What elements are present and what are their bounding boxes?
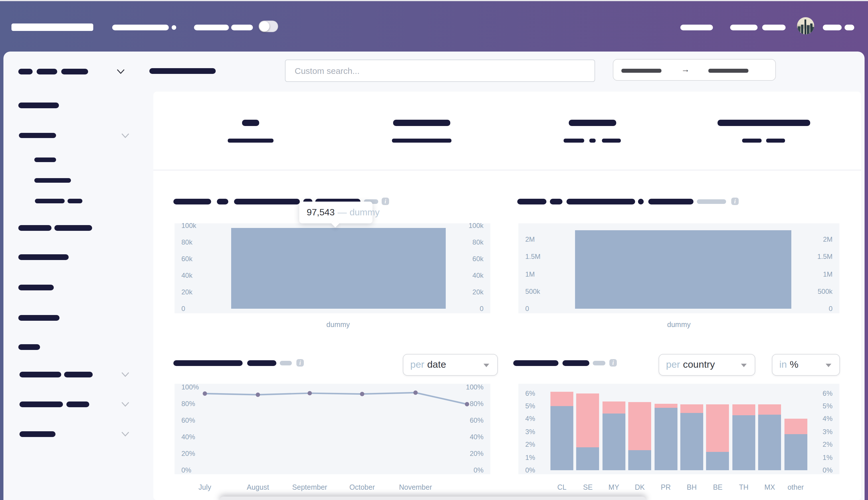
sidebar-item[interactable]	[9, 98, 146, 113]
stacked-bar-segment[interactable]	[550, 392, 573, 406]
stacked-bar-segment[interactable]	[654, 408, 677, 470]
user-menu-redacted[interactable]	[845, 25, 854, 30]
stacked-bar-segment[interactable]	[758, 414, 781, 470]
y-axis-label: 0%	[473, 465, 483, 475]
stacked-bar-segment[interactable]	[628, 402, 651, 451]
x-axis: CLSEMYDKPRBHBETHMXother	[518, 484, 840, 492]
sidebar-item[interactable]	[9, 153, 146, 167]
arrow-right-icon: →	[680, 64, 691, 74]
y-axis-label: 0	[829, 304, 833, 313]
in-percent-select[interactable]: in %	[772, 354, 840, 376]
line-chart-plot[interactable]: 100%100%80%80%60%60%40%40%20%20%0%0%	[175, 384, 490, 474]
stacked-bar-segment[interactable]	[654, 404, 677, 408]
x-axis-label: PR	[661, 484, 671, 491]
header-link-redacted[interactable]	[730, 25, 758, 30]
x-axis-label: July	[199, 484, 211, 491]
select-prefix: in	[779, 359, 787, 371]
sidebar-item[interactable]	[9, 280, 146, 295]
per-country-select[interactable]: per country	[659, 354, 755, 376]
search-input[interactable]	[285, 59, 595, 82]
per-date-select[interactable]: per date	[403, 354, 498, 376]
nav-item-redacted[interactable]	[194, 25, 229, 30]
user-menu-redacted[interactable]	[823, 25, 842, 30]
chart-title-redacted	[566, 199, 635, 204]
stacked-bar-segment[interactable]	[576, 393, 599, 447]
avatar[interactable]	[797, 17, 814, 34]
toggle-knob-icon	[259, 21, 270, 32]
select-value: %	[790, 359, 798, 371]
y-axis-label: 60k	[181, 254, 192, 263]
data-point[interactable]	[256, 393, 260, 397]
y-axis-label: 80k	[472, 238, 483, 247]
dashboard-root: → iiii 97,543 — dummy per date per count…	[0, 0, 868, 500]
nav-item-redacted[interactable]	[231, 25, 253, 30]
sidebar-item[interactable]	[9, 397, 146, 412]
sidebar-account-switcher[interactable]	[9, 64, 146, 79]
nav-dot-redacted	[172, 25, 176, 30]
data-point[interactable]	[202, 391, 207, 396]
stacked-bar-segment[interactable]	[680, 413, 703, 470]
sidebar-item[interactable]	[9, 427, 146, 442]
logo-redacted[interactable]	[11, 23, 93, 31]
x-axis: dummy	[175, 321, 490, 330]
sidebar-item[interactable]	[9, 128, 146, 143]
stat-value-redacted	[393, 120, 450, 126]
header-link-redacted[interactable]	[680, 25, 713, 30]
data-point[interactable]	[413, 390, 418, 395]
info-icon[interactable]: i	[731, 197, 739, 205]
x-axis-label: DK	[635, 484, 645, 491]
sidebar-item-label-redacted	[19, 133, 56, 138]
stacked-bar-segment[interactable]	[602, 414, 625, 470]
cutoff-bottom-sheet[interactable]	[219, 497, 647, 500]
stacked-bar-segment[interactable]	[732, 404, 755, 415]
header-toggle-switch[interactable]	[259, 21, 278, 32]
info-icon[interactable]: i	[382, 197, 389, 205]
bar[interactable]	[575, 230, 791, 309]
sidebar-item[interactable]	[9, 220, 146, 235]
x-axis-label: other	[788, 484, 804, 491]
stacked-bar-segment[interactable]	[706, 404, 729, 452]
stacked-bar-segment[interactable]	[784, 419, 807, 434]
info-icon[interactable]: i	[296, 359, 304, 366]
nav-item-redacted[interactable]	[112, 25, 169, 30]
sidebar-item[interactable]	[9, 250, 146, 265]
stacked-bar-segment[interactable]	[706, 452, 729, 470]
date-range-picker[interactable]	[613, 59, 776, 81]
bar-chart-plot[interactable]: 2M2M1.5M1.5M1M1M500k500k00	[518, 223, 840, 313]
y-axis-label: 500k	[818, 287, 833, 296]
y-axis-label: 0%	[525, 466, 535, 475]
sidebar-item[interactable]	[9, 367, 146, 382]
data-point[interactable]	[465, 402, 469, 406]
sidebar-item[interactable]	[9, 173, 146, 187]
bar[interactable]	[231, 228, 446, 309]
date-to-redacted[interactable]	[708, 69, 748, 73]
y-axis-label: 1.5M	[525, 252, 540, 261]
y-axis-label: 0%	[181, 465, 191, 475]
stacked-bar-segment[interactable]	[550, 406, 573, 470]
data-point[interactable]	[360, 392, 364, 396]
stacked-bar-segment[interactable]	[602, 401, 625, 414]
data-point[interactable]	[307, 391, 312, 395]
bar-chart-plot[interactable]: 100k100k80k80k60k60k40k40k20k20k00	[175, 223, 490, 313]
sidebar-item[interactable]	[9, 310, 146, 325]
sidebar-item[interactable]	[9, 194, 146, 208]
stacked-bar-segment[interactable]	[758, 404, 781, 414]
chart-subtitle-redacted	[280, 361, 292, 365]
stacked-bar-chart-plot[interactable]: 6%6%5%5%4%4%3%3%2%2%1%1%0%0%	[518, 384, 840, 474]
stacked-bar-segment[interactable]	[628, 451, 651, 470]
city-photo	[797, 17, 814, 34]
stacked-bar-segment[interactable]	[784, 434, 807, 470]
stacked-bar-segment[interactable]	[576, 447, 599, 470]
stat-label-redacted	[766, 139, 785, 143]
header-link-redacted[interactable]	[762, 25, 786, 30]
info-icon[interactable]: i	[609, 359, 617, 366]
x-axis-label: SE	[583, 484, 593, 491]
y-axis-label: 80%	[181, 399, 195, 408]
chevron-down-icon	[121, 401, 129, 407]
stacked-bar-segment[interactable]	[732, 415, 755, 470]
sidebar-item-label-redacted	[20, 372, 61, 377]
sidebar-item[interactable]	[9, 340, 146, 354]
chart-title-redacted	[648, 199, 693, 204]
date-from-redacted[interactable]	[621, 69, 661, 73]
stacked-bar-segment[interactable]	[680, 404, 703, 413]
